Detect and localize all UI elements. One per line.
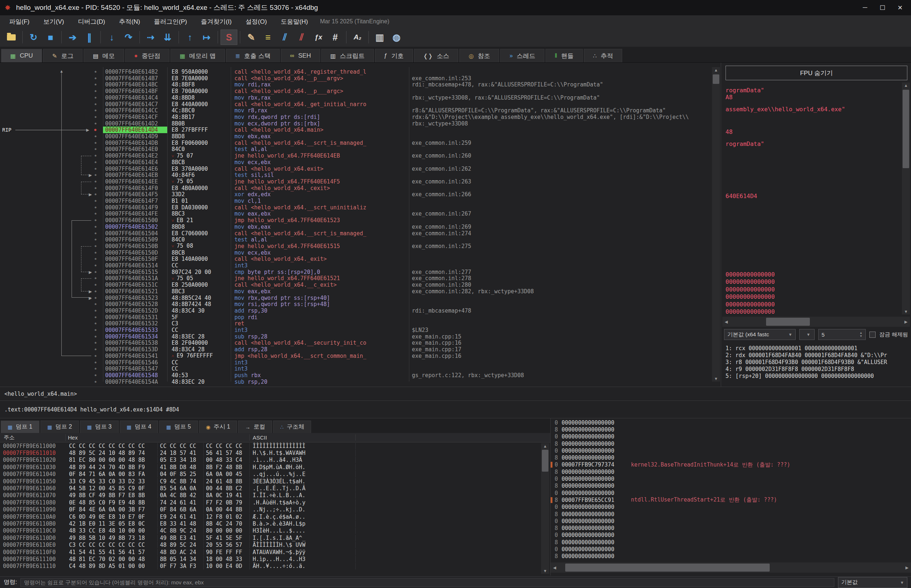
stack-row[interactable]: 000007FFB9C797374kernel32.BaseThreadInit…: [551, 461, 911, 468]
tab-스크립트[interactable]: ▥스크립트: [321, 49, 374, 62]
text-az-button[interactable]: A₂: [349, 29, 366, 45]
hex-dump-row[interactable]: 00007FFB9E611040 0F 84 71 6A 0A 00 83 FA…: [0, 471, 550, 478]
patches-button[interactable]: ⫽: [293, 29, 310, 45]
open-file-button[interactable]: [3, 29, 20, 45]
dump-tab-덤프-2[interactable]: ▦덤프 2: [41, 421, 79, 433]
compare-button[interactable]: ⫽: [276, 29, 293, 45]
tab-호출-스택[interactable]: ≣호출 스택: [226, 49, 280, 62]
register-value-fragment[interactable]: A8: [726, 94, 733, 101]
dump-vscrollbar[interactable]: ▲ ▼: [541, 443, 549, 574]
register-value-fragment[interactable]: rogramData": [726, 87, 764, 94]
tab-핸들[interactable]: ‖핸들: [546, 49, 583, 62]
register-value-fragment[interactable]: assembly_exe\\hello_world_x64.exe": [726, 106, 845, 113]
tab-메모[interactable]: ▤메모: [84, 49, 124, 62]
maximize-button[interactable]: ☐: [874, 2, 891, 14]
disasm-row[interactable]: ●00007FF640E614CC4C:8BC0mov r8,raxr8:&"A…: [0, 107, 712, 114]
hex-dump-row[interactable]: 00007FFB9E6110E0 C3 CC CC CC CC CC CC CC…: [0, 541, 550, 548]
disasm-row[interactable]: ●00007FF640E61547CCint3: [0, 365, 712, 372]
spinner-arrows-icon[interactable]: ▲▼: [859, 331, 862, 338]
disasm-row[interactable]: ●00007FF640E614BC48:8BF8mov rdi,raxrdi:_…: [0, 81, 712, 88]
disasm-row[interactable]: ●00007FF640E61546CCint3: [0, 359, 712, 366]
register-value-fragment[interactable]: 00000000000000: [726, 286, 775, 293]
register-value-fragment[interactable]: 48: [726, 128, 733, 135]
scroll-right-icon[interactable]: ▶: [903, 562, 911, 573]
disasm-row[interactable]: ●00007FF640E614F0E8 4B0A0000call <hello_…: [0, 185, 712, 192]
disasm-row[interactable]: ●00007FF640E61504E8 C7060000call <hello_…: [0, 230, 712, 237]
disasm-row[interactable]: ●00007FF640E614E2˅75 07jne hello_world_x…: [0, 152, 712, 159]
run-to-user-code-button[interactable]: ↦: [198, 29, 215, 45]
dump-tab-주시-1[interactable]: ◉주시 1: [199, 421, 237, 433]
disasm-row[interactable]: ●00007FF640E6150FE8 140A0000call <hello_…: [0, 256, 712, 262]
disasm-row[interactable]: ●00007FF640E61515807C24 20 00cmp byte pt…: [0, 269, 712, 275]
tab-기호[interactable]: ƒ기호: [375, 49, 413, 62]
hex-dump-row[interactable]: 00007FFB9E6110B0 42 1B E0 11 3E 05 E8 0C…: [0, 520, 550, 527]
tab-seh[interactable]: ∞SEH: [281, 49, 320, 62]
dump-tab-로컬[interactable]: →로컬: [238, 421, 272, 433]
stack-row[interactable]: 00000000000000000: [551, 504, 911, 510]
row-dot-icon[interactable]: ●: [0, 372, 103, 379]
dump-tab-덤프-3[interactable]: ▦덤프 3: [80, 421, 119, 433]
stack-row[interactable]: 80000000000000000: [551, 468, 911, 475]
disasm-row[interactable]: ●00007FF640E614D4E8 27FBFFFFcall <hello_…: [0, 127, 712, 133]
menu-item[interactable]: 추적(N): [112, 18, 147, 26]
tab-로그[interactable]: ✎로그: [43, 49, 83, 62]
hex-dump-row[interactable]: 00007FFB9E611000 CC CC CC CC CC CC CC CC…: [0, 443, 550, 449]
internet-button[interactable]: ◍: [388, 29, 405, 45]
menu-item[interactable]: 설정(O): [238, 18, 274, 26]
default-script-select[interactable]: 기본값 ▼: [838, 577, 907, 588]
hex-dump-row[interactable]: 00007FFB9E6110C0 48 33 CC E8 48 10 00 00…: [0, 527, 550, 535]
menu-item[interactable]: 보기(V): [37, 18, 71, 26]
scroll-up-icon[interactable]: ▲: [902, 83, 910, 87]
stack-row[interactable]: 00000000000000000: [551, 433, 911, 440]
vscroll-thumb[interactable]: [713, 74, 719, 84]
disasm-row[interactable]: ●00007FF640E6153448:83EC 28sub rsp,28exe…: [0, 333, 712, 340]
disasm-row[interactable]: ●00007FF640E6150984C0test al,al: [0, 236, 712, 243]
lock-checkbox[interactable]: [869, 331, 875, 338]
disasm-row[interactable]: ●00007FF640E6152D48:83C4 30add rsp,30rdi…: [0, 307, 712, 314]
register-value-fragment[interactable]: 00000000000000: [726, 293, 775, 300]
stack-row[interactable]: 00000000000000000: [551, 419, 911, 426]
hex-dump-row[interactable]: 00007FFB9E611030 48 89 44 24 70 4D 8B F9…: [0, 464, 550, 470]
menu-item[interactable]: 플러그인(P): [147, 18, 194, 26]
step-over-button[interactable]: ↷: [120, 29, 137, 45]
disasm-row[interactable]: ●00007FF640E61533CCint3$LN23: [0, 327, 712, 333]
secondary-select[interactable]: ▼: [799, 329, 815, 340]
stack-row[interactable]: 00000000000000000: [551, 475, 911, 482]
calling-convention-select[interactable]: 기본값 (x64 fastc ▼: [724, 329, 796, 340]
restart-button[interactable]: ↻: [25, 29, 42, 45]
scroll-down-icon[interactable]: ▼: [541, 569, 549, 573]
hex-dump-row[interactable]: 00007FFB9E611090 0F 84 4E 6A 0A 00 3B F7…: [0, 506, 550, 513]
stack-row[interactable]: 80000000000000000: [551, 440, 911, 447]
scroll-down-icon[interactable]: ▼: [902, 309, 910, 314]
tab-추적[interactable]: ∴추적: [584, 49, 622, 62]
pause-button[interactable]: ∥: [81, 29, 98, 45]
vscroll-thumb[interactable]: [903, 90, 909, 168]
argument-row[interactable]: 3: r8 000001F68D4F93B0 000001F68D4F93B0 …: [726, 359, 911, 366]
register-value-fragment[interactable]: 00000000000000: [726, 308, 775, 315]
disasm-row[interactable]: ●00007FF640E614EB40:84F6test sil,sil: [0, 172, 712, 178]
stack-row[interactable]: 80000000000000000: [551, 553, 911, 560]
scroll-up-icon[interactable]: ▲: [712, 68, 720, 72]
step-into-button[interactable]: ↓: [103, 29, 120, 45]
stack-row[interactable]: 80000000000000000: [551, 426, 911, 433]
disasm-vscrollbar[interactable]: ▲▼: [712, 67, 720, 381]
disasm-row[interactable]: ●00007FF640E614E6E8 370A0000call <hello_…: [0, 166, 712, 172]
disasm-row[interactable]: ●00007FF640E614CF48:8B17mov rdx,qword pt…: [0, 114, 712, 120]
dump-tab-덤프-1[interactable]: ▦덤프 1: [1, 421, 39, 433]
disasm-row[interactable]: ●00007FF640E615028BD8mov ebx,eaxexe_comm…: [0, 224, 712, 230]
registers-hscrollbar[interactable]: ◀ ▶: [722, 317, 910, 327]
disasm-row[interactable]: ●00007FF640E614F533D2xor edx,edxexe_comm…: [0, 191, 712, 198]
dump-tab-덤프-4[interactable]: ▦덤프 4: [120, 421, 159, 433]
stop-button[interactable]: ■: [42, 29, 59, 45]
hash-button[interactable]: #: [327, 29, 344, 45]
minimize-button[interactable]: ─: [856, 2, 874, 14]
dump-tab-덤프-5[interactable]: ▦덤프 5: [159, 421, 198, 433]
stack-row[interactable]: 00000000000000000: [551, 532, 911, 539]
disasm-row[interactable]: ●00007FF640E6154A48:83EC 20sub rsp,20: [0, 379, 712, 385]
stack-row[interactable]: 00000000000000000: [551, 447, 911, 454]
stack-row[interactable]: 80000000000000000: [551, 510, 911, 518]
hex-dump-row[interactable]: 00007FFB9E611020 81 EC 80 00 00 00 48 8B…: [0, 457, 550, 464]
tab-참조[interactable]: ◎참조: [459, 49, 499, 62]
register-value-fragment[interactable]: 00000000000000: [726, 271, 775, 278]
register-value-fragment[interactable]: 640E614D4: [726, 192, 757, 200]
